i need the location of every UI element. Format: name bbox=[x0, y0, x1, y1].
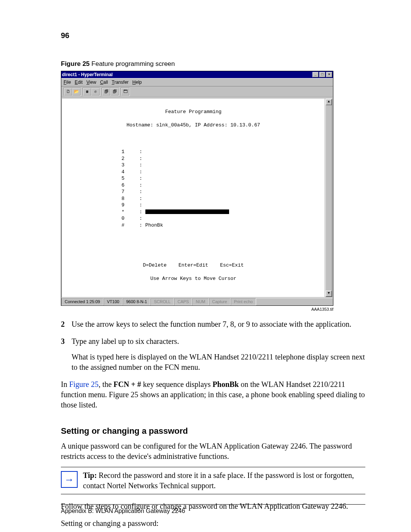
terminal-row: 6 : bbox=[65, 182, 142, 188]
terminal-hostline: Hostname: slnk_00a45b, IP Address: 10.13… bbox=[65, 122, 322, 129]
status-capture: Capture bbox=[209, 298, 231, 305]
terminal-row: 9 : bbox=[65, 202, 142, 208]
tool-call-icon[interactable]: ☎ bbox=[83, 88, 91, 96]
page-number: 96 bbox=[61, 30, 365, 41]
statusbar: Connected 1:25:09 VT100 9600 8-N-1 SCROL… bbox=[61, 298, 333, 305]
terminal-row: 0 : bbox=[65, 216, 142, 221]
tool-hangup-icon[interactable]: ✆ bbox=[91, 88, 100, 96]
close-button[interactable]: × bbox=[326, 72, 332, 77]
figure-caption: Figure 25 Feature programming screen bbox=[61, 60, 365, 69]
step-number: 2 bbox=[61, 319, 72, 329]
window-titlebar: direct1 - HyperTerminal _ □ × bbox=[61, 71, 333, 78]
status-term: VT100 bbox=[104, 298, 123, 305]
tool-open-icon[interactable]: 📂 bbox=[72, 88, 81, 96]
status-scroll: SCROLL bbox=[150, 298, 174, 305]
window-title: direct1 - HyperTerminal bbox=[62, 72, 113, 78]
tip-text: Tip: Record the password and store it in… bbox=[83, 470, 365, 491]
scroll-up-icon[interactable]: ▲ bbox=[326, 99, 332, 105]
terminal-row: 5 : bbox=[65, 176, 142, 181]
toolbar: 🗋 📂 ☎ ✆ 🗐 🗐 🗔 bbox=[61, 86, 333, 97]
hyperterminal-window: direct1 - HyperTerminal _ □ × File Edit … bbox=[61, 71, 333, 306]
minimize-button[interactable]: _ bbox=[312, 72, 319, 77]
terminal-row: 7 : bbox=[65, 189, 142, 195]
terminal-row: 8 : bbox=[65, 196, 142, 201]
para-figure25-ref: In Figure 25, the FCN + # key sequence d… bbox=[61, 379, 365, 410]
redacted-bar bbox=[145, 209, 229, 214]
step-text: Use the arrow keys to select the functio… bbox=[72, 319, 365, 329]
menu-view[interactable]: View bbox=[86, 79, 96, 85]
heading-setting-password: Setting or changing a password bbox=[61, 425, 365, 437]
step-3: 3 Type any label up to six characters. bbox=[61, 336, 365, 347]
figure-file-id: AAA1353.tif bbox=[61, 307, 333, 312]
status-echo: Print echo bbox=[231, 298, 256, 305]
tool-new-icon[interactable]: 🗋 bbox=[64, 88, 72, 96]
link-figure-25[interactable]: Figure 25 bbox=[69, 380, 99, 388]
terminal-title: Feature Programming bbox=[65, 109, 322, 115]
status-baud: 9600 8-N-1 bbox=[123, 298, 150, 305]
tip-arrow-icon: → bbox=[61, 471, 78, 488]
terminal-footer2: Use Arrow Keys to Move Cursor bbox=[65, 275, 322, 282]
tip-box: → Tip: Record the password and store it … bbox=[61, 467, 365, 494]
terminal-row-redacted: * : bbox=[65, 209, 145, 215]
section-p1: A unique password can be configured for … bbox=[61, 441, 365, 462]
status-connected: Connected 1:25:09 bbox=[61, 298, 104, 305]
scroll-down-icon[interactable]: ▼ bbox=[326, 291, 332, 297]
terminal-body: Feature Programming Hostname: slnk_00a45… bbox=[62, 99, 325, 297]
terminal-footer1: D=Delete Enter=Edit Esc=Exit bbox=[65, 262, 322, 269]
menu-help[interactable]: Help bbox=[132, 79, 142, 85]
tool-properties-icon[interactable]: 🗔 bbox=[121, 88, 129, 96]
tool-send-icon[interactable]: 🗐 bbox=[102, 88, 110, 96]
status-num: NUM bbox=[192, 298, 209, 305]
step-2: 2 Use the arrow keys to select the funct… bbox=[61, 319, 365, 329]
menu-call[interactable]: Call bbox=[100, 79, 108, 85]
terminal-row: 3 : bbox=[65, 162, 142, 168]
figure-label-bold: Figure 25 bbox=[61, 60, 90, 67]
menu-transfer[interactable]: Transfer bbox=[112, 79, 129, 85]
status-caps: CAPS bbox=[174, 298, 192, 305]
tool-receive-icon[interactable]: 🗐 bbox=[110, 88, 119, 96]
terminal-row: 1 : bbox=[65, 149, 142, 155]
figure-label-rest: Feature programming screen bbox=[90, 60, 175, 67]
menubar: File Edit View Call Transfer Help bbox=[61, 78, 333, 86]
section-p3: Setting or changing a password: bbox=[61, 518, 365, 529]
terminal-row: 2 : bbox=[65, 156, 142, 161]
step-number: 3 bbox=[61, 336, 72, 347]
page-footer: Appendix B: WLAN Application Gateway 224… bbox=[61, 504, 365, 515]
menu-file[interactable]: File bbox=[64, 79, 71, 85]
step-text: Type any label up to six characters. bbox=[72, 336, 365, 347]
maximize-button[interactable]: □ bbox=[319, 72, 325, 77]
scrollbar[interactable]: ▲ ▼ bbox=[325, 99, 332, 297]
menu-edit[interactable]: Edit bbox=[75, 79, 83, 85]
terminal-row: # : PhonBk bbox=[65, 222, 163, 228]
terminal-row: 4 : bbox=[65, 169, 142, 175]
step-3-follow: What is typed here is displayed on the W… bbox=[72, 352, 365, 372]
